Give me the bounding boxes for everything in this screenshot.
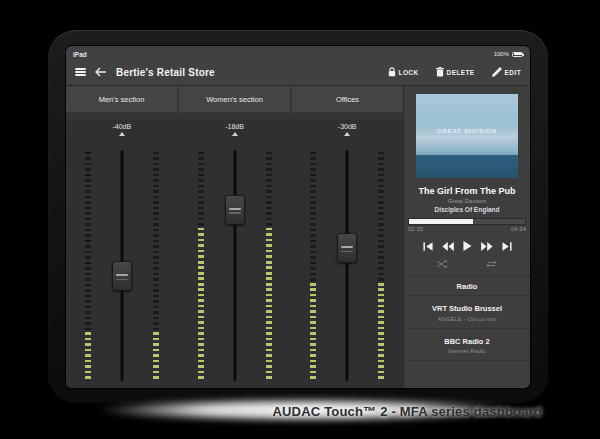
level-value: -30dB xyxy=(291,123,403,130)
image-caption: AUDAC Touch™ 2 - MFA series dashboard xyxy=(272,404,542,419)
fader-handle[interactable] xyxy=(337,233,357,263)
main-area: Men's section Women's section Offices -4… xyxy=(66,86,530,388)
previous-icon xyxy=(423,242,433,251)
page-title: Bertie's Retail Store xyxy=(116,67,215,78)
level-meter xyxy=(85,152,91,379)
header-bar: Bertie's Retail Store LOCK DELETE xyxy=(66,59,530,85)
back-arrow-icon xyxy=(95,67,107,77)
station-name: BBC Radio 2 xyxy=(406,337,528,346)
device-label: iPad xyxy=(73,51,87,58)
fader-handle[interactable] xyxy=(225,195,245,225)
next-icon xyxy=(502,242,512,251)
zone-womens-section[interactable]: Women's section xyxy=(179,86,290,112)
top-chrome: iPad 100% Bertie's Retail Store xyxy=(66,46,530,86)
mixer-section: Men's section Women's section Offices -4… xyxy=(66,86,403,388)
album-art: GREAT DIVISION xyxy=(416,94,518,178)
channel-mens-section: -40dB xyxy=(66,119,178,388)
tablet-frame: iPad 100% Bertie's Retail Store xyxy=(48,30,548,403)
lock-label: LOCK xyxy=(399,69,419,76)
zone-offices[interactable]: Offices xyxy=(292,86,403,112)
album-art-caption: GREAT DIVISION xyxy=(416,128,518,134)
mode-controls xyxy=(404,260,530,268)
elapsed-time: 02:35 xyxy=(408,226,423,232)
station-bbc-radio-2[interactable]: BBC Radio 2 Internet Radio xyxy=(404,329,530,362)
battery-icon xyxy=(512,52,523,57)
fader-area xyxy=(291,143,403,388)
station-now-playing: ANGÈLE - Oui ou non xyxy=(406,316,528,322)
radio-section-header: Radio xyxy=(404,276,530,296)
level-meter xyxy=(310,152,316,379)
level-meter xyxy=(378,152,384,379)
level-meter xyxy=(266,152,272,379)
arrow-up-icon xyxy=(344,132,350,136)
level-readout: -30dB xyxy=(291,119,403,143)
track-album: Disciples Of England xyxy=(404,206,530,213)
fader-area xyxy=(179,143,291,388)
fader-area xyxy=(66,143,178,388)
rewind-button[interactable] xyxy=(442,242,454,251)
progress-fill xyxy=(409,219,473,224)
delete-button[interactable]: DELETE xyxy=(436,67,475,77)
track-artist: Great Davison xyxy=(404,198,530,204)
play-button[interactable] xyxy=(463,241,472,251)
fader-track[interactable] xyxy=(346,150,349,381)
station-vrt-studio-brussel[interactable]: VRT Studio Brussel ANGÈLE - Oui ou non xyxy=(404,296,530,329)
fast-forward-icon xyxy=(481,242,493,251)
lock-button[interactable]: LOCK xyxy=(388,67,419,77)
battery-area: 100% xyxy=(494,51,523,57)
repeat-icon xyxy=(486,260,497,268)
delete-label: DELETE xyxy=(447,69,475,76)
battery-percent: 100% xyxy=(494,51,509,57)
app-screen: iPad 100% Bertie's Retail Store xyxy=(66,46,530,388)
previous-track-button[interactable] xyxy=(423,242,433,251)
time-row: 02:35 04:34 xyxy=(404,225,530,232)
station-now-playing: Internet Radio xyxy=(406,348,528,354)
level-readout: -40dB xyxy=(66,119,178,143)
channel-offices: -30dB xyxy=(290,119,403,388)
track-title: The Girl From The Pub xyxy=(404,186,530,196)
fader-zone: -40dB -18dB xyxy=(66,119,403,388)
level-meter xyxy=(153,152,159,379)
fader-handle[interactable] xyxy=(112,261,132,291)
fader-track[interactable] xyxy=(233,150,236,381)
edit-label: EDIT xyxy=(505,69,521,76)
zone-mens-section[interactable]: Men's section xyxy=(66,86,177,112)
station-name: VRT Studio Brussel xyxy=(406,304,528,313)
repeat-button[interactable] xyxy=(486,260,497,268)
channel-womens-section: -18dB xyxy=(178,119,291,388)
menu-icon[interactable] xyxy=(75,68,86,76)
total-time: 04:34 xyxy=(511,226,526,232)
level-meter xyxy=(198,152,204,379)
lock-icon xyxy=(388,67,396,77)
shuffle-button[interactable] xyxy=(437,260,448,268)
status-bar: iPad 100% xyxy=(66,46,530,59)
rewind-icon xyxy=(442,242,454,251)
back-button[interactable] xyxy=(95,67,107,77)
level-value: -18dB xyxy=(179,123,291,130)
next-track-button[interactable] xyxy=(502,242,512,251)
trash-icon xyxy=(436,67,444,77)
progress-bar[interactable] xyxy=(408,218,526,225)
play-icon xyxy=(463,241,472,251)
player-panel: GREAT DIVISION The Girl From The Pub Gre… xyxy=(403,86,530,388)
edit-button[interactable]: EDIT xyxy=(492,67,521,77)
pencil-icon xyxy=(492,67,502,77)
transport-controls xyxy=(404,241,530,251)
level-readout: -18dB xyxy=(179,119,291,143)
channel-headers: Men's section Women's section Offices xyxy=(66,86,403,112)
shuffle-icon xyxy=(437,260,448,268)
fast-forward-button[interactable] xyxy=(481,242,493,251)
level-value: -40dB xyxy=(66,123,178,130)
arrow-up-icon xyxy=(232,132,238,136)
arrow-up-icon xyxy=(119,132,125,136)
